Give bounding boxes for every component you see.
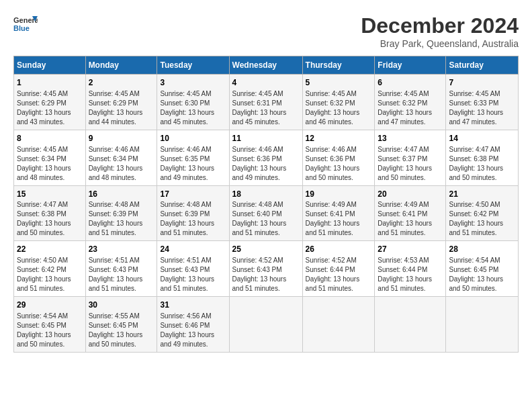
day-number: 11 (232, 133, 300, 144)
day-number: 28 (449, 244, 515, 255)
day-number: 20 (378, 189, 443, 200)
day-number: 15 (17, 189, 83, 200)
cell-line: and 47 minutes. (449, 118, 515, 127)
cell-line: Daylight: 13 hours (232, 164, 300, 173)
cell-line: Daylight: 13 hours (306, 164, 372, 173)
calendar-cell: 5Sunrise: 4:45 AMSunset: 6:32 PMDaylight… (302, 75, 375, 130)
day-number: 16 (89, 189, 154, 200)
calendar-cell: 10Sunrise: 4:46 AMSunset: 6:35 PMDayligh… (157, 130, 229, 185)
cell-line: Sunrise: 4:48 AM (160, 200, 226, 210)
cell-line: Sunset: 6:37 PM (378, 154, 443, 164)
cell-line: Daylight: 13 hours (449, 164, 515, 173)
cell-line: Sunset: 6:45 PM (449, 265, 515, 275)
col-header-friday: Friday (375, 56, 446, 75)
logo: General Blue (13, 13, 38, 34)
cell-line: and 51 minutes. (306, 284, 372, 293)
cell-line: Sunset: 6:36 PM (306, 154, 372, 164)
cell-line: Daylight: 13 hours (378, 164, 443, 173)
cell-line: Sunrise: 4:48 AM (89, 200, 154, 210)
cell-line: Daylight: 13 hours (17, 330, 83, 340)
cell-line: Sunrise: 4:45 AM (160, 89, 226, 99)
logo-icon: General Blue (13, 13, 38, 34)
calendar-cell: 14Sunrise: 4:47 AMSunset: 6:38 PMDayligh… (446, 130, 519, 185)
cell-line: Daylight: 13 hours (232, 275, 300, 284)
cell-line: Sunrise: 4:49 AM (378, 200, 443, 210)
cell-line: Sunrise: 4:46 AM (160, 145, 226, 154)
cell-line: Sunset: 6:38 PM (449, 154, 515, 164)
cell-line: Sunrise: 4:54 AM (449, 256, 515, 265)
cell-line: Sunset: 6:44 PM (306, 265, 372, 275)
cell-line: and 51 minutes. (232, 228, 300, 238)
cell-line: Sunrise: 4:55 AM (89, 312, 154, 321)
cell-line: Daylight: 13 hours (160, 219, 226, 228)
cell-line: Daylight: 13 hours (89, 275, 154, 284)
cell-line: Sunrise: 4:49 AM (306, 200, 372, 210)
cell-line: Sunrise: 4:51 AM (160, 256, 226, 265)
cell-line: and 51 minutes. (378, 284, 443, 293)
calendar-cell: 11Sunrise: 4:46 AMSunset: 6:36 PMDayligh… (229, 130, 302, 185)
cell-line: Daylight: 13 hours (89, 330, 154, 340)
week-row-4: 22Sunrise: 4:50 AMSunset: 6:42 PMDayligh… (14, 241, 519, 297)
col-header-tuesday: Tuesday (157, 56, 229, 75)
cell-line: Sunset: 6:43 PM (232, 265, 300, 275)
cell-line: Sunrise: 4:45 AM (306, 89, 372, 99)
day-number: 23 (89, 244, 154, 255)
cell-line: Sunrise: 4:45 AM (378, 89, 443, 99)
cell-line: Sunset: 6:29 PM (17, 99, 83, 108)
cell-line: Sunrise: 4:54 AM (17, 312, 83, 321)
cell-line: Daylight: 13 hours (160, 275, 226, 284)
cell-line: Daylight: 13 hours (378, 108, 443, 118)
cell-line: Sunset: 6:31 PM (232, 99, 300, 108)
cell-line: Sunset: 6:41 PM (306, 210, 372, 219)
cell-line: Daylight: 13 hours (306, 219, 372, 228)
cell-line: Daylight: 13 hours (89, 108, 154, 118)
day-number: 10 (160, 133, 226, 144)
cell-line: and 51 minutes. (89, 228, 154, 238)
calendar-cell: 21Sunrise: 4:50 AMSunset: 6:42 PMDayligh… (446, 185, 519, 241)
cell-line: Daylight: 13 hours (160, 164, 226, 173)
day-number: 30 (89, 300, 154, 311)
calendar-cell: 7Sunrise: 4:45 AMSunset: 6:33 PMDaylight… (446, 75, 519, 130)
day-number: 26 (306, 244, 372, 255)
cell-line: Sunset: 6:35 PM (160, 154, 226, 164)
cell-line: Daylight: 13 hours (17, 108, 83, 118)
cell-line: Sunrise: 4:48 AM (232, 200, 300, 210)
day-number: 1 (17, 77, 83, 89)
week-row-1: 1Sunrise: 4:45 AMSunset: 6:29 PMDaylight… (14, 75, 519, 130)
calendar-cell: 17Sunrise: 4:48 AMSunset: 6:39 PMDayligh… (157, 185, 229, 241)
day-number: 7 (449, 77, 515, 89)
col-header-monday: Monday (85, 56, 157, 75)
cell-line: Sunset: 6:40 PM (232, 210, 300, 219)
cell-line: and 50 minutes. (449, 173, 515, 183)
cell-line: Sunset: 6:43 PM (160, 265, 226, 275)
cell-line: and 45 minutes. (232, 118, 300, 127)
cell-line: and 48 minutes. (89, 173, 154, 183)
calendar-cell: 30Sunrise: 4:55 AMSunset: 6:45 PMDayligh… (85, 297, 157, 353)
cell-line: Sunrise: 4:52 AM (232, 256, 300, 265)
cell-line: and 50 minutes. (17, 340, 83, 349)
cell-line: Sunrise: 4:45 AM (17, 89, 83, 99)
day-number: 9 (89, 133, 154, 144)
calendar-cell: 15Sunrise: 4:47 AMSunset: 6:38 PMDayligh… (14, 185, 86, 241)
cell-line: Sunset: 6:30 PM (160, 99, 226, 108)
cell-line: Sunset: 6:33 PM (449, 99, 515, 108)
calendar-cell: 8Sunrise: 4:45 AMSunset: 6:34 PMDaylight… (14, 130, 86, 185)
cell-line: Sunrise: 4:47 AM (449, 145, 515, 154)
month-title: December 2024 (361, 13, 519, 38)
calendar-cell (446, 297, 519, 353)
day-number: 25 (232, 244, 300, 255)
day-number: 18 (232, 189, 300, 200)
calendar-cell: 22Sunrise: 4:50 AMSunset: 6:42 PMDayligh… (14, 241, 86, 297)
cell-line: Daylight: 13 hours (378, 219, 443, 228)
day-number: 17 (160, 189, 226, 200)
cell-line: and 50 minutes. (378, 173, 443, 183)
day-number: 31 (160, 300, 226, 311)
header: General Blue December 2024 Bray Park, Qu… (13, 13, 519, 49)
cell-line: Sunrise: 4:51 AM (89, 256, 154, 265)
cell-line: Daylight: 13 hours (449, 219, 515, 228)
col-header-saturday: Saturday (446, 56, 519, 75)
calendar-cell: 13Sunrise: 4:47 AMSunset: 6:37 PMDayligh… (375, 130, 446, 185)
day-number: 12 (306, 133, 372, 144)
cell-line: Daylight: 13 hours (160, 108, 226, 118)
week-row-5: 29Sunrise: 4:54 AMSunset: 6:45 PMDayligh… (14, 297, 519, 353)
